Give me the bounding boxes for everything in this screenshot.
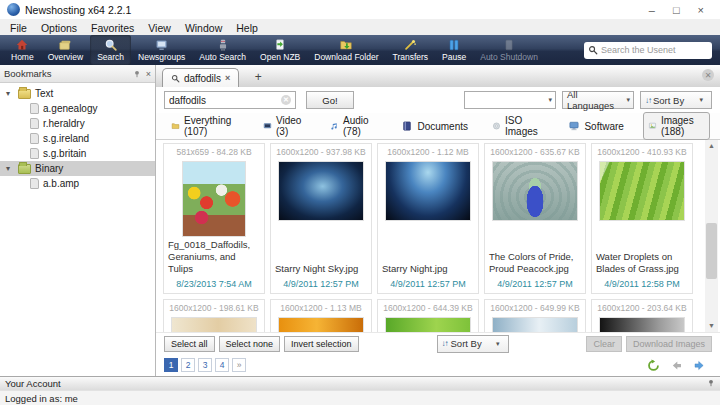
scrollbar-track[interactable] xyxy=(705,152,718,320)
search-button[interactable]: Search xyxy=(90,35,131,65)
close-strip-icon[interactable]: ✕ xyxy=(702,69,714,81)
sort-by-dropdown-bottom[interactable]: ↓↑ Sort By ▾ xyxy=(437,335,509,353)
query-input[interactable] xyxy=(169,95,278,106)
logged-in-status: Logged in as: me xyxy=(5,393,78,404)
menu-help[interactable]: Help xyxy=(230,22,264,34)
page-2[interactable]: 2 xyxy=(181,358,195,372)
image-thumbnail[interactable] xyxy=(171,317,257,332)
image-title: Starry Night Sky.jpg xyxy=(275,263,367,275)
filter-video[interactable]: Video (3) xyxy=(258,112,311,140)
image-thumbnail[interactable] xyxy=(599,161,685,221)
result-card[interactable]: 1600x1200 - 198.61 KB xyxy=(163,299,265,332)
forward-arrow-icon[interactable] xyxy=(693,359,706,372)
filter-software[interactable]: Software xyxy=(563,117,628,135)
menu-view[interactable]: View xyxy=(142,22,177,34)
menu-options[interactable]: Options xyxy=(35,22,83,34)
results-grid: 581x659 - 84.28 KB Fg_0018_Daffodils, Ge… xyxy=(163,143,702,332)
filter-iso-images[interactable]: ISO Images xyxy=(487,112,549,140)
go-button[interactable]: Go! xyxy=(306,91,354,109)
open-nzb-button[interactable]: Open NZB xyxy=(253,35,307,65)
new-tab-button[interactable]: + xyxy=(247,69,269,85)
filter-documents[interactable]: Documents xyxy=(396,117,473,135)
image-thumbnail[interactable] xyxy=(385,161,471,221)
bookmark-item[interactable]: r.heraldry xyxy=(0,116,155,131)
image-title: Starry Night.jpg xyxy=(382,263,474,275)
filter-images[interactable]: Images (188) xyxy=(643,112,710,140)
result-card[interactable]: 1600x1200 - 203.64 KB xyxy=(591,299,693,332)
menu-favorites[interactable]: Favorites xyxy=(85,22,140,34)
image-thumbnail[interactable] xyxy=(492,317,578,332)
page-4[interactable]: 4 xyxy=(215,358,229,372)
result-card[interactable]: 1600x1200 - 937.98 KB Starry Night Sky.j… xyxy=(270,143,372,294)
image-thumbnail[interactable] xyxy=(278,317,364,332)
result-card[interactable]: 1600x1200 - 635.67 KB The Colors of Prid… xyxy=(484,143,586,294)
image-thumbnail[interactable] xyxy=(385,317,471,332)
minimize-button[interactable]: – xyxy=(649,4,655,16)
usenet-search-input[interactable] xyxy=(601,45,708,55)
result-card[interactable]: 1600x1200 - 644.39 KB xyxy=(377,299,479,332)
result-card[interactable]: 1600x1200 - 1.13 MB xyxy=(270,299,372,332)
image-thumbnail[interactable] xyxy=(278,161,364,221)
pagination-row: 1 2 3 4 » xyxy=(156,354,720,376)
scrollbar-thumb[interactable] xyxy=(706,223,717,279)
tab-label: daffodils xyxy=(184,73,221,84)
chevron-down-icon[interactable]: ▾ xyxy=(6,164,14,173)
select-all-button[interactable]: Select all xyxy=(164,336,215,352)
home-button[interactable]: Home xyxy=(4,35,41,65)
image-dimensions: 1600x1200 - 937.98 KB xyxy=(276,147,365,157)
your-account-bar[interactable]: Your Account xyxy=(0,376,720,390)
main-toolbar: Home Overview Search Newsgroups Auto Sea… xyxy=(0,35,720,65)
chevron-down-icon[interactable]: ▾ xyxy=(6,89,14,98)
result-card[interactable]: 1600x1200 - 649.99 KB xyxy=(484,299,586,332)
image-title: Water Droplets on Blades of Grass.jpg xyxy=(596,251,688,275)
select-none-button[interactable]: Select none xyxy=(219,336,281,352)
image-thumbnail[interactable] xyxy=(492,161,578,221)
invert-selection-button[interactable]: Invert selection xyxy=(284,336,359,352)
scroll-down-icon[interactable]: ▼ xyxy=(708,320,715,332)
maximize-button[interactable]: □ xyxy=(673,4,680,16)
bookmark-item[interactable]: a.b.amp xyxy=(0,176,155,191)
tab-close-icon[interactable]: × xyxy=(225,73,230,83)
bookmark-item[interactable]: a.genealogy xyxy=(0,101,155,116)
pause-button[interactable]: Pause xyxy=(435,35,473,65)
result-card[interactable]: 1600x1200 - 410.93 KB Water Droplets on … xyxy=(591,143,693,294)
results-scrollbar[interactable]: ▲ ▼ xyxy=(705,140,718,332)
page-3[interactable]: 3 xyxy=(198,358,212,372)
scroll-up-icon[interactable]: ▲ xyxy=(708,140,715,152)
auto-search-button[interactable]: Auto Search xyxy=(192,35,253,65)
language-dropdown[interactable]: All Languages ▾ xyxy=(562,91,634,109)
result-card[interactable]: 1600x1200 - 1.12 MB Starry Night.jpg 4/9… xyxy=(377,143,479,294)
filter-combobox[interactable]: ▾ xyxy=(464,91,556,109)
transfers-button[interactable]: Transfers xyxy=(386,35,436,65)
query-box[interactable]: ✕ xyxy=(164,91,296,109)
filter-audio[interactable]: Audio (78) xyxy=(325,112,382,140)
page-more[interactable]: » xyxy=(232,358,246,372)
bookmark-group-text[interactable]: ▾ Text xyxy=(0,86,155,101)
close-panel-icon[interactable]: × xyxy=(146,69,151,79)
image-thumbnail[interactable] xyxy=(182,161,246,237)
app-icon xyxy=(7,3,20,16)
sort-by-dropdown[interactable]: ↓↑ Sort By ▾ xyxy=(640,91,712,109)
music-note-icon xyxy=(330,120,339,132)
result-card[interactable]: 581x659 - 84.28 KB Fg_0018_Daffodils, Ge… xyxy=(163,143,265,294)
pin-icon[interactable] xyxy=(707,379,715,387)
clear-icon[interactable]: ✕ xyxy=(281,95,291,105)
tab-daffodils[interactable]: daffodils × xyxy=(162,68,239,87)
bookmark-item[interactable]: s.g.ireland xyxy=(0,131,155,146)
bookmark-item[interactable]: s.g.britain xyxy=(0,146,155,161)
chevron-down-icon: ▾ xyxy=(545,96,555,104)
folder-icon xyxy=(18,164,31,174)
bookmark-group-binary[interactable]: ▾ Binary xyxy=(0,161,155,176)
filter-everything[interactable]: Everything (107) xyxy=(166,112,244,140)
menu-window[interactable]: Window xyxy=(179,22,228,34)
pin-icon[interactable] xyxy=(133,70,141,78)
close-button[interactable]: × xyxy=(698,4,704,16)
refresh-icon[interactable] xyxy=(647,359,660,372)
overview-button[interactable]: Overview xyxy=(41,35,90,65)
menu-file[interactable]: File xyxy=(4,22,33,34)
image-thumbnail[interactable] xyxy=(599,317,685,332)
download-folder-button[interactable]: Download Folder xyxy=(307,35,385,65)
newsgroups-button[interactable]: Newsgroups xyxy=(131,35,192,65)
usenet-search-box[interactable] xyxy=(584,42,712,59)
page-1[interactable]: 1 xyxy=(164,358,178,372)
